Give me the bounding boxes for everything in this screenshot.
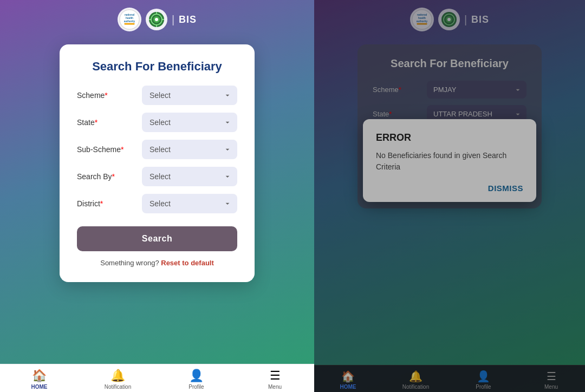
- reset-link[interactable]: Reset to default: [161, 259, 214, 267]
- right-scheme-label: Scheme*: [373, 86, 421, 94]
- svg-text:health: health: [126, 17, 133, 19]
- svg-text:health: health: [418, 17, 426, 19]
- scheme-select[interactable]: Select: [142, 86, 237, 105]
- error-message: No Beneficiaries found in given Search C…: [376, 150, 523, 173]
- search-by-required: *: [112, 172, 115, 181]
- nav-item-notification[interactable]: 🔔 Notification: [102, 369, 134, 390]
- right-nav-item-notification[interactable]: 🔔 Notification: [400, 370, 432, 390]
- svg-point-8: [155, 18, 158, 21]
- sub-scheme-row: Sub-Scheme* Select: [77, 140, 237, 159]
- right-nav-item-menu[interactable]: ☰ Menu: [535, 370, 568, 390]
- svg-rect-4: [124, 23, 134, 25]
- sub-scheme-required: *: [121, 145, 123, 154]
- home-label: HOME: [31, 384, 48, 390]
- scheme-label: Scheme*: [77, 91, 136, 100]
- district-required: *: [100, 199, 103, 208]
- footer-prompt: Something wrong?: [100, 259, 159, 267]
- left-header: national health authority |: [0, 0, 314, 39]
- right-menu-icon: ☰: [547, 370, 556, 383]
- notification-label: Notification: [105, 384, 131, 390]
- separator: |: [172, 14, 174, 26]
- right-scheme-logo: [438, 9, 460, 30]
- svg-rect-17: [417, 23, 427, 25]
- right-notification-icon: 🔔: [409, 370, 422, 383]
- menu-icon: ☰: [270, 369, 281, 383]
- home-icon: 🏠: [32, 369, 47, 383]
- error-dismiss-container: DISMISS: [376, 184, 523, 193]
- error-title: ERROR: [376, 132, 523, 143]
- scheme-row: Scheme* Select: [77, 86, 237, 105]
- right-scheme-required: *: [399, 86, 401, 94]
- scheme-required: *: [105, 91, 107, 100]
- right-nha-logo: national health authority: [410, 8, 434, 31]
- svg-text:authority: authority: [417, 20, 428, 23]
- left-bottom-nav: 🏠 HOME 🔔 Notification 👤 Profile ☰ Menu: [0, 364, 314, 392]
- error-modal: ERROR No Beneficiaries found in given Se…: [363, 119, 536, 202]
- svg-text:national: national: [417, 14, 427, 16]
- district-select[interactable]: Select: [142, 194, 237, 213]
- right-profile-icon: 👤: [477, 370, 490, 383]
- right-profile-label: Profile: [476, 384, 491, 390]
- left-form-title: Search For Beneficiary: [77, 60, 237, 74]
- right-bottom-nav: 🏠 HOME 🔔 Notification 👤 Profile ☰ Menu: [314, 365, 585, 392]
- sub-scheme-select[interactable]: Select: [142, 140, 237, 159]
- right-home-label: HOME: [340, 384, 356, 390]
- search-by-label: Search By*: [77, 172, 136, 181]
- left-panel: national health authority |: [0, 0, 314, 392]
- right-home-icon: 🏠: [341, 370, 355, 383]
- nav-item-home[interactable]: 🏠 HOME: [23, 369, 56, 390]
- sub-scheme-label: Sub-Scheme*: [77, 145, 136, 154]
- left-form-card: Search For Beneficiary Scheme* Select St…: [60, 44, 255, 282]
- nav-item-profile[interactable]: 👤 Profile: [180, 369, 213, 390]
- left-search-button[interactable]: Search: [77, 226, 237, 251]
- menu-label: Menu: [268, 384, 282, 390]
- district-label: District*: [77, 199, 136, 208]
- right-form-title: Search For Beneficiary: [373, 57, 526, 70]
- left-footer: Something wrong? Reset to default: [77, 259, 237, 267]
- right-nav-item-home[interactable]: 🏠 HOME: [332, 370, 365, 390]
- right-state-label: State*: [373, 110, 421, 118]
- right-menu-label: Menu: [544, 384, 558, 390]
- right-header: national health authority | BIS: [314, 0, 585, 39]
- state-row: State* Select: [77, 113, 237, 132]
- search-by-row: Search By* Select: [77, 167, 237, 186]
- dismiss-button[interactable]: DISMISS: [488, 184, 523, 193]
- right-bis-label: BIS: [471, 14, 489, 25]
- search-by-select[interactable]: Select: [142, 167, 237, 186]
- svg-text:national: national: [125, 14, 134, 16]
- scheme-logo: [146, 9, 167, 30]
- nha-logo: national health authority: [118, 8, 141, 31]
- right-logo-group: national health authority | BIS: [410, 8, 489, 31]
- bis-label: BIS: [179, 14, 197, 25]
- notification-icon: 🔔: [110, 369, 125, 383]
- svg-text:authority: authority: [124, 20, 135, 23]
- profile-icon: 👤: [189, 369, 204, 383]
- nav-item-menu[interactable]: ☰ Menu: [259, 369, 291, 390]
- state-label: State*: [77, 118, 136, 127]
- right-state-required: *: [389, 110, 392, 118]
- right-scheme-select[interactable]: PMJAY: [427, 81, 526, 99]
- right-panel: national health authority | BIS Search F…: [314, 0, 585, 392]
- profile-label: Profile: [188, 384, 204, 390]
- svg-point-21: [447, 18, 451, 21]
- right-separator: |: [464, 14, 467, 26]
- logo-group: national health authority |: [118, 8, 197, 31]
- right-scheme-row: Scheme* PMJAY: [373, 81, 526, 99]
- state-select[interactable]: Select: [142, 113, 237, 132]
- state-required: *: [95, 118, 98, 127]
- right-nav-item-profile[interactable]: 👤 Profile: [467, 370, 500, 390]
- district-row: District* Select: [77, 194, 237, 213]
- right-notification-label: Notification: [402, 384, 429, 390]
